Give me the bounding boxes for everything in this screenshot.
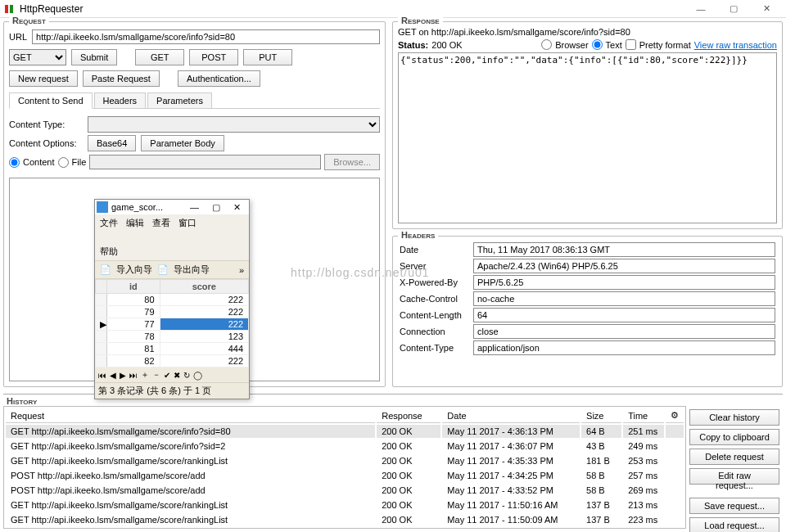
url-label: URL — [9, 32, 27, 42]
db-menu-item[interactable]: 编辑 — [126, 217, 144, 229]
headers-panel: Headers DateServerX-Powered-ByCache-Cont… — [392, 236, 783, 387]
db-col-header[interactable]: id — [107, 280, 160, 294]
submit-button[interactable]: Submit — [71, 49, 117, 65]
history-row[interactable]: GET http://api.ikeeko.lsm/smallgame/scor… — [6, 425, 684, 438]
post-button[interactable]: POST — [189, 49, 238, 65]
history-col-settings[interactable]: ⚙ — [666, 408, 684, 423]
file-radio[interactable] — [58, 157, 69, 168]
import-wizard-icon: 📄 — [100, 264, 111, 275]
history-col-header[interactable]: Request — [6, 408, 375, 423]
file-path-input — [89, 155, 321, 169]
response-body-textarea[interactable]: {"status":200,"info":"","data":{"info":[… — [398, 52, 777, 223]
db-menu-item[interactable]: 帮助 — [100, 246, 118, 258]
history-row[interactable]: GET http://api.ikeeko.lsm/smallgame/scor… — [6, 513, 684, 526]
minimize-button[interactable]: — — [684, 0, 717, 18]
db-row[interactable]: 81444 — [96, 343, 249, 355]
tab-content-to-send[interactable]: Content to Send — [9, 92, 93, 109]
maximize-button[interactable]: ▢ — [717, 0, 750, 18]
content-options-label: Content Options: — [9, 138, 83, 148]
header-value-input[interactable] — [473, 275, 775, 290]
response-summary: GET on http://api.ikeeko.lsm/smallgame/s… — [398, 27, 777, 37]
import-wizard-button[interactable]: 导入向导 — [116, 264, 152, 276]
tab-headers[interactable]: Headers — [94, 92, 147, 108]
close-button[interactable]: ✕ — [750, 0, 783, 18]
content-type-select[interactable] — [88, 116, 380, 133]
header-value-input[interactable] — [473, 340, 775, 355]
history-row[interactable]: GET http://api.ikeeko.lsm/smallgame/scor… — [6, 440, 684, 453]
nav-next-icon[interactable]: ▶ — [120, 371, 126, 380]
header-key: Content-Type — [398, 340, 472, 356]
content-radio[interactable] — [9, 157, 20, 168]
header-value-input[interactable] — [473, 291, 775, 306]
history-row[interactable]: POST http://api.ikeeko.lsm/smallgame/sco… — [6, 469, 684, 482]
history-action-button[interactable]: Delete request — [689, 449, 779, 465]
tab-parameters[interactable]: Parameters — [147, 92, 212, 108]
history-action-button[interactable]: Save request... — [689, 498, 779, 514]
content-radio-label: Content — [23, 157, 55, 167]
history-action-button[interactable]: Edit raw request... — [689, 468, 779, 485]
history-col-header[interactable]: Response — [377, 408, 440, 423]
db-statusbar: 第 3 条记录 (共 6 条) 于 1 页 — [95, 382, 249, 399]
history-action-button[interactable]: Clear history — [689, 409, 779, 426]
browser-radio[interactable] — [541, 39, 552, 50]
db-menu-item[interactable]: 文件 — [100, 217, 118, 229]
header-value-input[interactable] — [473, 308, 775, 322]
nav-add-icon[interactable]: ＋ — [141, 369, 149, 381]
get-button[interactable]: GET — [135, 49, 184, 65]
window-title: HttpRequester — [20, 3, 684, 15]
db-row[interactable]: 80222 — [96, 294, 249, 306]
db-maximize-button[interactable]: ▢ — [206, 202, 227, 213]
nav-prev-icon[interactable]: ◀ — [110, 371, 116, 380]
nav-cancel-icon[interactable]: ✖ — [174, 371, 180, 380]
nav-delete-icon[interactable]: － — [152, 369, 160, 381]
browser-radio-label: Browser — [555, 40, 588, 50]
text-radio[interactable] — [592, 39, 603, 50]
header-value-input[interactable] — [473, 242, 775, 257]
nav-last-icon[interactable]: ⏭ — [129, 371, 138, 380]
nav-commit-icon[interactable]: ✔ — [164, 371, 170, 380]
header-value-input[interactable] — [473, 259, 775, 273]
paste-request-button[interactable]: Paste Request — [83, 70, 160, 87]
url-input[interactable] — [32, 29, 380, 44]
history-col-header[interactable]: Size — [581, 408, 621, 423]
db-menu-item[interactable]: 查看 — [152, 217, 170, 229]
history-table[interactable]: RequestResponseDateSizeTime⚙GET http://a… — [3, 406, 686, 529]
history-action-button[interactable]: Copy to clipboard — [689, 429, 779, 445]
history-action-button[interactable]: Load request... — [689, 517, 779, 532]
view-raw-link[interactable]: View raw transaction — [694, 40, 777, 50]
db-minimize-button[interactable]: — — [183, 202, 206, 212]
db-menu-item[interactable]: 窗口 — [178, 217, 196, 229]
nav-stop-icon[interactable]: ◯ — [193, 371, 202, 380]
header-key: Server — [398, 258, 472, 274]
nav-refresh-icon[interactable]: ↻ — [183, 371, 190, 380]
export-wizard-button[interactable]: 导出向导 — [174, 264, 210, 276]
db-close-button[interactable]: ✕ — [227, 202, 247, 213]
history-row[interactable]: GET http://api.ikeeko.lsm/smallgame/scor… — [6, 454, 684, 467]
db-row[interactable]: ▶77222 — [96, 318, 249, 331]
authentication-button[interactable]: Authentication... — [178, 70, 260, 87]
history-row[interactable]: POST http://api.ikeeko.lsm/smallgame/sco… — [6, 484, 684, 497]
base64-button[interactable]: Base64 — [88, 135, 136, 151]
content-type-label: Content Type: — [9, 119, 83, 129]
history-col-header[interactable]: Date — [442, 408, 580, 423]
header-value-input[interactable] — [473, 324, 775, 339]
titlebar: HttpRequester — ▢ ✕ — [0, 0, 786, 18]
method-select[interactable]: GET — [9, 49, 66, 65]
db-more-icon[interactable]: » — [239, 265, 244, 275]
db-window[interactable]: game_scor... — ▢ ✕ 文件编辑查看窗口帮助 📄 导入向导 📄 导… — [94, 199, 250, 399]
db-col-header[interactable]: score — [160, 280, 248, 294]
history-col-header[interactable]: Time — [623, 408, 664, 423]
new-request-button[interactable]: New request — [9, 70, 78, 87]
parameter-body-button[interactable]: Parameter Body — [141, 135, 224, 151]
db-row[interactable]: 79222 — [96, 306, 249, 318]
db-row[interactable]: 82222 — [96, 355, 249, 367]
pretty-format-label: Pretty format — [639, 40, 691, 50]
db-grid[interactable]: idscore8022279222▶77222781238144482222 — [95, 279, 249, 367]
history-row[interactable]: GET http://api.ikeeko.lsm/smallgame/scor… — [6, 498, 684, 512]
headers-panel-title: Headers — [398, 230, 438, 240]
nav-first-icon[interactable]: ⏮ — [98, 371, 106, 380]
db-row[interactable]: 78123 — [96, 331, 249, 343]
pretty-format-checkbox[interactable] — [626, 39, 636, 50]
header-key: X-Powered-By — [398, 274, 472, 291]
put-button[interactable]: PUT — [243, 49, 292, 65]
